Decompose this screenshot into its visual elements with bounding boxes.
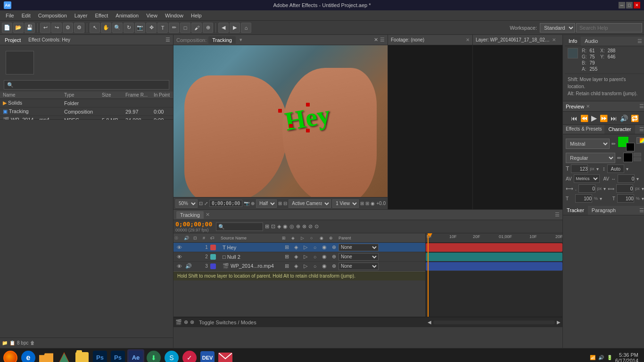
taskbar-mail[interactable] (217, 349, 234, 362)
comp-tab-dropdown[interactable]: ▾ (239, 37, 242, 43)
layer-row-wp2014[interactable]: 👁 🔊 3 🎬 WP_2014...ro.mp4 ⊞ ◈ ▷ ○ ◉ ⊕ Non… (173, 262, 425, 271)
wp-motion[interactable]: ◈ (291, 263, 301, 269)
wp-color[interactable] (210, 263, 216, 269)
shape-tool[interactable]: □ (180, 23, 190, 33)
tab-audio[interactable]: Audio (581, 37, 602, 46)
null2-parent-dropdown[interactable]: None (339, 253, 379, 261)
fill-over-stroke[interactable] (634, 157, 641, 161)
toggle-switches-label[interactable]: Toggle Switches / Modes (196, 320, 259, 325)
timeline-menu[interactable]: ☰ (555, 212, 560, 218)
clone-tool[interactable]: ⊕ (203, 23, 213, 33)
comp-viewer-close[interactable]: ✕ (374, 37, 378, 43)
menu-composition[interactable]: Composition (34, 12, 71, 19)
wp-3d[interactable]: ▷ (301, 263, 310, 269)
bottom-icon-2[interactable]: ⊕ (184, 319, 188, 325)
render-queue-button[interactable]: ⚙ (63, 23, 73, 33)
hscale-r-icon[interactable]: ⟺ (608, 186, 614, 191)
hey-color[interactable] (210, 245, 216, 250)
leading-dropdown[interactable]: ▾ (626, 166, 628, 172)
home-button[interactable]: ⌂ (241, 23, 251, 33)
null2-visible[interactable]: 👁 (174, 254, 184, 260)
new-folder-icon[interactable]: 📁 (2, 340, 8, 346)
fx-panel-menu[interactable]: ☰ (636, 125, 644, 134)
network-icon[interactable]: 📶 (590, 355, 595, 360)
wp-fx[interactable]: ⊞ (282, 263, 291, 269)
taskbar-photoshop[interactable]: Ps (91, 349, 108, 362)
stroke-color-swatch[interactable] (626, 143, 635, 151)
tab-paragraph[interactable]: Paragraph (588, 206, 619, 215)
stroke-over-fill[interactable] (634, 153, 641, 156)
timeline-tab-tracking[interactable]: Tracking (176, 211, 204, 219)
camera-icon[interactable]: 📷 (244, 201, 249, 206)
style-picker-icon[interactable]: ✏ (617, 155, 621, 161)
workspace-dropdown[interactable]: Standard (540, 23, 575, 33)
comp-viewer-menu[interactable]: ☰ (380, 37, 385, 43)
close-button[interactable]: ✕ (634, 2, 640, 8)
prev-skip-start[interactable]: ⏮ (571, 115, 578, 122)
region-icon[interactable]: ⊞ (278, 201, 282, 206)
track-bar-2[interactable] (426, 253, 562, 261)
undo-button[interactable]: ↩ (40, 23, 50, 33)
redo-button[interactable]: ↪ (51, 23, 62, 33)
wp-track[interactable]: ◉ (320, 263, 329, 269)
hey-track[interactable]: ◉ (320, 244, 329, 250)
settings-button[interactable]: ⚙ (74, 23, 84, 33)
project-panel-menu[interactable]: ☰ (165, 37, 170, 43)
paint-tool[interactable]: 🖌 (191, 23, 202, 33)
menu-view[interactable]: View (142, 12, 161, 19)
prev-play[interactable]: ▶ (591, 114, 597, 123)
timeline-tab-close[interactable]: ✕ (206, 212, 210, 218)
text-tool[interactable]: T (157, 23, 168, 33)
hscale-r-input[interactable] (616, 184, 633, 193)
prev-audio[interactable]: 🔊 (620, 115, 628, 122)
search-help-input[interactable] (576, 23, 642, 33)
hey-blend[interactable]: ○ (310, 245, 320, 250)
menu-animation[interactable]: Animation (112, 12, 142, 19)
tab-effect-controls[interactable]: Effect Controls: Hey (26, 36, 72, 43)
taskbar-app-red[interactable]: ✓ (181, 349, 198, 362)
snap-icon[interactable]: ⊕ (251, 201, 255, 206)
timeline-search-input[interactable] (216, 222, 263, 231)
zoom-dropdown[interactable]: 50% (175, 199, 198, 208)
preview-menu[interactable]: ☰ (639, 103, 644, 109)
taskbar-matlab[interactable] (56, 349, 73, 362)
taskbar-files[interactable] (74, 349, 91, 362)
style-dropdown[interactable]: Regular (566, 153, 615, 163)
layer-viewer-close[interactable]: ✕ (552, 37, 560, 42)
hscale-pct-dropdown[interactable]: ▾ (600, 196, 602, 201)
timeline-ctrl-9[interactable]: ⊙ (314, 223, 319, 230)
tab-project[interactable]: Project (3, 36, 23, 44)
resize-icon[interactable]: ⤢ (204, 201, 208, 206)
fit-icon[interactable]: ⊡ (199, 201, 203, 206)
rotate-tool[interactable]: ↻ (124, 23, 134, 33)
preview-close-icon[interactable]: ✕ (586, 104, 590, 109)
tab-character[interactable]: Character (604, 125, 635, 134)
tracker-menu[interactable]: ☰ (636, 206, 644, 215)
camera-tool[interactable]: 📷 (135, 23, 145, 33)
menu-layer[interactable]: Layer (71, 12, 91, 19)
track-bar-3[interactable] (426, 262, 562, 271)
timeline-ctrl-8[interactable]: ⊘ (308, 223, 313, 230)
tracker-icon[interactable]: ◉ (371, 201, 375, 206)
bottom-icon-1[interactable]: 🎬 (175, 319, 182, 325)
bottom-icon-3[interactable]: ⊗ (190, 319, 194, 325)
taskbar-dev[interactable]: DEV (199, 349, 216, 362)
timeline-ctrl-6[interactable]: ⊕ (296, 223, 300, 230)
hscale-input[interactable] (578, 184, 595, 193)
tracking-input[interactable] (618, 174, 635, 183)
kerning-dropdown[interactable]: Metrics (574, 174, 600, 183)
pan-tool[interactable]: ✥ (146, 23, 157, 33)
pen-tool[interactable]: ✏ (169, 23, 179, 33)
wp-expand[interactable]: ⊕ (329, 263, 339, 269)
font-size-dropdown[interactable]: ▾ (596, 166, 599, 172)
footage-viewer-close[interactable]: ✕ (466, 37, 470, 42)
timeline-ctrl-5[interactable]: ◎ (289, 223, 294, 230)
null2-fx[interactable]: ⊞ (282, 254, 291, 260)
hscale-r-dropdown[interactable]: ▾ (642, 186, 644, 191)
ae-color-preview[interactable] (636, 137, 644, 144)
hscale-dropdown[interactable]: ▾ (603, 186, 606, 191)
null2-expand[interactable]: ⊕ (329, 254, 339, 260)
timeline-scroll-right[interactable]: ▶ (557, 320, 561, 325)
taskbar-ae[interactable]: Ae (127, 349, 144, 362)
font-dropdown[interactable]: Mistral (566, 139, 610, 149)
